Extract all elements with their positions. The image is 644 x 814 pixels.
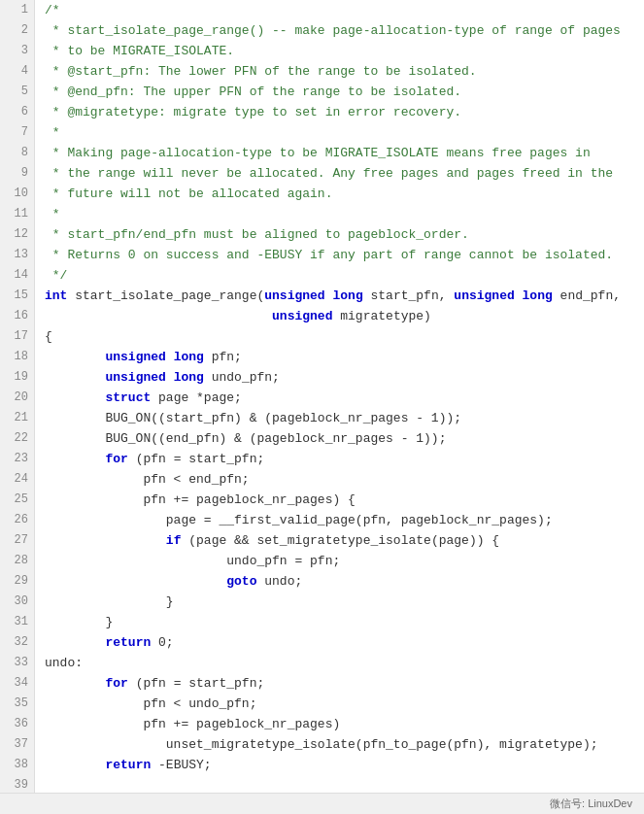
bottom-bar: 微信号: LinuxDev — [0, 793, 644, 814]
line-num: 35 — [0, 694, 34, 714]
code-line: unsigned long undo_pfn; — [45, 367, 644, 388]
normal-token: pfn < undo_pfn; — [45, 696, 256, 711]
normal-token: pfn < end_pfn; — [45, 472, 250, 487]
code-line: return -EBUSY; — [45, 755, 644, 775]
comment-token: * the range will never be allocated. Any… — [45, 166, 613, 181]
line-num: 19 — [0, 367, 34, 388]
code-line: undo: — [45, 653, 644, 673]
code-line: if (page && set_migratetype_isolate(page… — [45, 530, 644, 551]
comment-token: * @end_pfn: The upper PFN of the range t… — [45, 85, 461, 99]
normal-token — [45, 350, 105, 364]
normal-token — [45, 533, 166, 548]
code-line: pfn += pageblock_nr_pages) { — [45, 490, 644, 510]
code-line: } — [45, 592, 644, 612]
comment-token: * to be MIGRATE_ISOLATE. — [45, 44, 234, 58]
code-line: * — [45, 204, 644, 224]
keyword-token: unsigned — [264, 288, 324, 303]
line-num: 9 — [0, 163, 34, 184]
keyword-token: unsigned — [105, 370, 165, 385]
line-num: 15 — [0, 286, 34, 306]
line-num: 18 — [0, 347, 34, 367]
line-num: 28 — [0, 551, 34, 571]
normal-token: pfn; — [204, 350, 242, 364]
code-line: * — [45, 122, 644, 143]
normal-token: { — [45, 329, 52, 344]
keyword-token: unsigned — [105, 350, 165, 364]
normal-token: (pfn = start_pfn; — [128, 452, 264, 466]
normal-token — [166, 370, 174, 385]
line-num: 8 — [0, 143, 34, 163]
comment-token: * — [45, 207, 60, 221]
keyword-token: long — [174, 370, 204, 385]
code-line: * @migratetype: migrate type to set in e… — [45, 102, 644, 122]
watermark-text: 微信号: LinuxDev — [550, 794, 632, 814]
normal-token: undo_pfn = pfn; — [45, 554, 340, 568]
code-line: * future will not be allocated again. — [45, 184, 644, 204]
normal-token — [166, 350, 174, 364]
code-line: undo_pfn = pfn; — [45, 551, 644, 571]
code-line: unset_migratetype_isolate(pfn_to_page(pf… — [45, 734, 644, 755]
normal-token: } — [45, 594, 174, 609]
code-line: } — [45, 612, 644, 632]
normal-token: migratetype) — [332, 309, 430, 323]
line-num: 2 — [0, 20, 34, 41]
code-viewer: 1234567891011121314151617181920212223242… — [0, 0, 644, 814]
line-number-gutter: 1234567891011121314151617181920212223242… — [0, 0, 35, 814]
line-num: 5 — [0, 82, 34, 102]
normal-token: page *page; — [151, 390, 242, 405]
normal-token — [45, 390, 105, 405]
code-line: * Returns 0 on success and -EBUSY if any… — [45, 245, 644, 265]
line-num: 7 — [0, 122, 34, 143]
code-line: */ — [45, 265, 644, 286]
comment-token: * — [45, 125, 60, 140]
comment-token: * future will not be allocated again. — [45, 187, 332, 201]
code-line: for (pfn = start_pfn; — [45, 449, 644, 469]
normal-token: 0; — [151, 635, 173, 650]
normal-token: undo_pfn; — [204, 370, 280, 385]
line-num: 27 — [0, 530, 34, 551]
keyword-token: struct — [105, 390, 151, 405]
line-num: 38 — [0, 755, 34, 775]
line-num: 10 — [0, 184, 34, 204]
normal-token — [45, 309, 272, 323]
comment-token: */ — [45, 268, 67, 283]
keyword-token: return — [105, 758, 151, 772]
normal-token: -EBUSY; — [151, 758, 211, 772]
normal-token: unset_migratetype_isolate(pfn_to_page(pf… — [45, 737, 598, 752]
line-num: 31 — [0, 612, 34, 632]
code-content[interactable]: /* * start_isolate_page_range() -- make … — [35, 0, 644, 814]
code-line: * to be MIGRATE_ISOLATE. — [45, 41, 644, 61]
line-num: 17 — [0, 326, 34, 347]
normal-token: start_isolate_page_range( — [67, 288, 264, 303]
normal-token: pfn += pageblock_nr_pages) { — [45, 492, 356, 507]
line-num: 12 — [0, 224, 34, 245]
line-num: 22 — [0, 428, 34, 449]
comment-token: * start_pfn/end_pfn must be aligned to p… — [45, 227, 469, 242]
keyword-token: unsigned — [454, 288, 514, 303]
line-num: 24 — [0, 469, 34, 490]
line-num: 30 — [0, 592, 34, 612]
comment-token: * @migratetype: migrate type to set in e… — [45, 105, 461, 119]
code-line: /* — [45, 0, 644, 20]
line-num: 26 — [0, 510, 34, 530]
code-line: page = __first_valid_page(pfn, pageblock… — [45, 510, 644, 530]
line-num: 37 — [0, 734, 34, 755]
comment-token: * Making page-allocation-type to be MIGR… — [45, 146, 591, 160]
code-line: * @end_pfn: The upper PFN of the range t… — [45, 82, 644, 102]
line-num: 29 — [0, 571, 34, 592]
normal-token: (pfn = start_pfn; — [128, 676, 264, 691]
line-num: 23 — [0, 449, 34, 469]
code-line: pfn < end_pfn; — [45, 469, 644, 490]
code-line: return 0; — [45, 632, 644, 653]
normal-token: pfn += pageblock_nr_pages) — [45, 717, 340, 731]
normal-token — [45, 758, 105, 772]
code-line: * the range will never be allocated. Any… — [45, 163, 644, 184]
normal-token: start_pfn, — [363, 288, 455, 303]
keyword-token: goto — [226, 574, 256, 589]
keyword-token: return — [105, 635, 151, 650]
keyword-token: unsigned — [272, 309, 332, 323]
code-line: int start_isolate_page_range(unsigned lo… — [45, 286, 644, 306]
keyword-token: int — [45, 288, 67, 303]
code-line: * start_isolate_page_range() -- make pag… — [45, 20, 644, 41]
line-num: 11 — [0, 204, 34, 224]
